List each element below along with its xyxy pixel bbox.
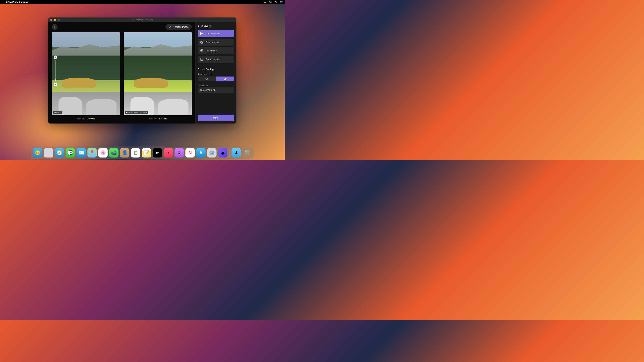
resolution-value: 200% (560*374) xyxy=(200,89,216,91)
accelerate-toggle[interactable]: On Off xyxy=(198,76,234,81)
accelerate-on[interactable]: On xyxy=(198,76,216,81)
svg-point-6 xyxy=(276,2,276,2)
control-center-icon[interactable] xyxy=(274,0,277,3)
enhanced-filesize: 48.3KB xyxy=(159,117,167,120)
enhanced-info: 560*374 48.3KB xyxy=(124,117,192,120)
zoom-out-button[interactable]: − xyxy=(54,83,57,86)
model-face[interactable]: Face model xyxy=(198,47,234,54)
enhanced-badge: HitPaw Photo Enhancer xyxy=(125,111,148,114)
model-colorize[interactable]: Colorize model xyxy=(198,56,234,63)
window-close-button[interactable] xyxy=(50,19,52,21)
dock-messages[interactable]: 💬 xyxy=(66,148,75,158)
original-image-preview[interactable]: + − Original xyxy=(52,32,120,115)
window-title: HitPaw Photo Enhancer xyxy=(131,18,154,21)
dock-hitpaw[interactable]: ◆ xyxy=(218,148,228,158)
model-label: Denoise model xyxy=(206,41,220,43)
svg-line-2 xyxy=(271,2,272,3)
window-minimize-button[interactable] xyxy=(54,19,56,21)
dock-reminders[interactable]: 📋 xyxy=(131,148,140,158)
svg-rect-18 xyxy=(201,58,202,59)
export-button[interactable]: Export xyxy=(198,115,234,121)
zoom-track[interactable] xyxy=(55,60,56,82)
denoise-icon xyxy=(200,40,204,44)
dock-settings[interactable]: ⚙️ xyxy=(207,148,216,158)
enhanced-image-preview[interactable]: HitPaw Photo Enhancer xyxy=(124,32,192,115)
original-badge: Original xyxy=(53,111,62,114)
model-label: Colorize model xyxy=(206,58,220,60)
dock-appletv[interactable]: tv xyxy=(153,148,162,158)
model-label: General model xyxy=(206,32,220,35)
model-label: Face model xyxy=(206,49,217,52)
svg-point-1 xyxy=(270,1,271,2)
dock-safari[interactable]: 🧭 xyxy=(55,148,64,158)
ai-model-heading: AI Model i xyxy=(198,25,234,28)
enhanced-dimensions: 560*374 xyxy=(148,117,157,120)
svg-point-16 xyxy=(201,50,202,51)
app-window: HitPaw Photo Enhancer Replace Image xyxy=(48,17,236,124)
dock-launchpad[interactable] xyxy=(44,148,53,158)
dock-facetime[interactable]: 📹 xyxy=(109,148,118,158)
original-dimensions: 280*187 xyxy=(76,117,85,120)
zoom-handle[interactable] xyxy=(55,79,56,81)
accelerate-off[interactable]: Off xyxy=(216,76,234,81)
export-setting-heading: Export Setting xyxy=(198,68,234,71)
dock-music[interactable]: ♪ xyxy=(164,148,173,158)
main-pane: Replace Image + − Original xyxy=(48,22,195,124)
resolution-label: Resolution xyxy=(198,84,234,86)
model-denoise[interactable]: Denoise model xyxy=(198,39,234,46)
image-icon xyxy=(200,32,204,35)
svg-point-11 xyxy=(201,33,202,33)
svg-rect-0 xyxy=(264,1,266,2)
menubar-app-name[interactable]: HitPaw Photo Enhancer xyxy=(5,1,29,3)
dock-contacts[interactable]: 👤 xyxy=(120,148,130,158)
dock-podcasts[interactable]: 🎙 xyxy=(174,148,184,158)
dock-separator xyxy=(230,149,230,158)
dock-finder[interactable]: 😊 xyxy=(33,148,42,158)
zoom-in-button[interactable]: + xyxy=(54,55,57,59)
accelerate-label: Accelerate i xyxy=(198,73,234,75)
replace-image-button[interactable]: Replace Image xyxy=(166,24,192,30)
dock-photos[interactable]: 🌸 xyxy=(98,148,108,158)
zoom-slider[interactable]: + − xyxy=(54,55,57,86)
dock-trash[interactable]: 🗑️ xyxy=(242,148,252,158)
sidebar: AI Model i General model Denoise model F… xyxy=(195,22,236,124)
svg-rect-19 xyxy=(202,59,203,60)
screen-record-icon[interactable] xyxy=(264,0,266,3)
dock: 😊 🧭 💬 ✉️ 📍 🌸 📹 👤 📋 📝 tv ♪ 🎙 N A ⚙️ ◆ ⬇ 🗑… xyxy=(31,147,254,159)
original-info: 280*187 26.6KB xyxy=(52,117,120,120)
colorize-icon xyxy=(200,57,204,61)
window-titlebar[interactable]: HitPaw Photo Enhancer xyxy=(48,17,236,22)
replace-image-label: Replace Image xyxy=(173,26,188,28)
dock-mail[interactable]: ✉️ xyxy=(76,148,86,158)
swap-icon xyxy=(168,26,171,28)
svg-rect-20 xyxy=(201,59,202,60)
window-maximize-button[interactable] xyxy=(58,19,60,21)
clock-icon[interactable] xyxy=(280,0,283,3)
svg-point-14 xyxy=(202,42,202,42)
model-general[interactable]: General model xyxy=(198,30,234,37)
menubar: HitPaw Photo Enhancer xyxy=(0,0,285,4)
resolution-select[interactable]: 200% (560*374) xyxy=(198,87,234,93)
original-filesize: 26.6KB xyxy=(87,117,95,120)
info-icon[interactable]: i xyxy=(209,25,211,27)
dock-downloads[interactable]: ⬇ xyxy=(232,148,241,158)
chevron-down-icon xyxy=(230,89,232,91)
svg-point-4 xyxy=(275,1,276,1)
dock-appstore[interactable]: A xyxy=(196,148,206,158)
back-button[interactable] xyxy=(52,24,58,30)
face-icon xyxy=(200,49,204,52)
dock-notes[interactable]: 📝 xyxy=(142,148,151,158)
info-icon[interactable]: i xyxy=(209,73,211,75)
dock-maps[interactable]: 📍 xyxy=(88,148,97,158)
spotlight-search-icon[interactable] xyxy=(269,0,272,3)
svg-point-15 xyxy=(200,49,203,52)
svg-point-17 xyxy=(202,50,202,51)
dock-news[interactable]: N xyxy=(186,148,195,158)
